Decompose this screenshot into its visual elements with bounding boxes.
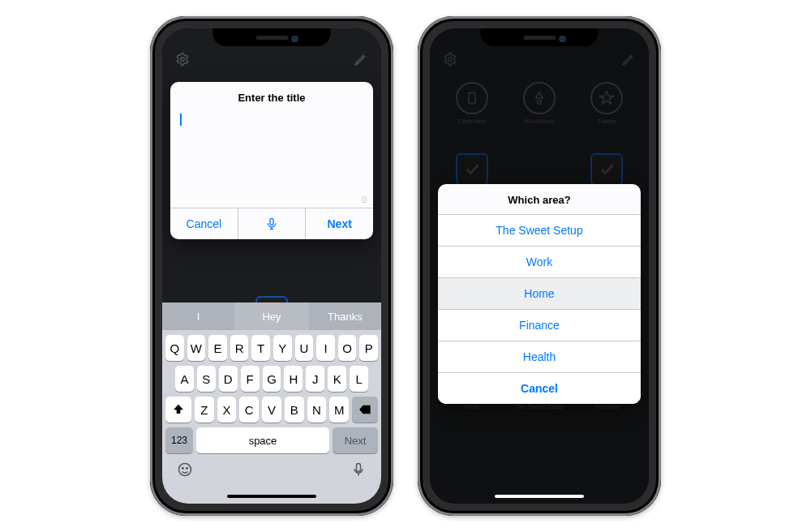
key-row-3: Z X C V B N M (162, 392, 381, 423)
key-a[interactable]: A (175, 366, 194, 392)
next-button[interactable]: Next (306, 208, 373, 239)
key-h[interactable]: H (284, 366, 303, 392)
notch (213, 28, 331, 46)
key-z[interactable]: Z (195, 397, 214, 423)
key-r[interactable]: R (230, 335, 249, 361)
svg-point-0 (181, 58, 185, 62)
key-b[interactable]: B (285, 397, 304, 423)
option-home[interactable]: Home (438, 277, 641, 309)
option-the-sweet-setup[interactable]: The Sweet Setup (438, 214, 641, 246)
key-g[interactable]: G (263, 366, 281, 392)
key-d[interactable]: D (219, 366, 238, 392)
key-n[interactable]: N (307, 397, 327, 423)
svg-point-1 (179, 464, 191, 476)
option-finance[interactable]: Finance (438, 309, 641, 341)
key-l[interactable]: L (350, 366, 368, 392)
screen-left: Save Link Add JSON Capture Idea Enter th… (162, 28, 381, 504)
char-count: 0 (362, 195, 367, 204)
sheet-cancel[interactable]: Cancel (438, 372, 641, 404)
mic-icon[interactable] (350, 461, 367, 481)
emoji-icon[interactable] (177, 461, 193, 481)
text-caret (180, 114, 182, 126)
key-i[interactable]: I (316, 335, 335, 361)
suggestion-bar: I Hey Thanks (162, 302, 381, 330)
key-q[interactable]: Q (165, 335, 184, 361)
option-work[interactable]: Work (438, 246, 641, 277)
home-indicator[interactable] (227, 495, 316, 498)
key-f[interactable]: F (241, 366, 260, 392)
cancel-button[interactable]: Cancel (170, 208, 238, 239)
suggestion-1[interactable]: I (162, 302, 235, 330)
backspace-key[interactable] (352, 397, 378, 423)
dictate-button[interactable] (238, 208, 307, 239)
key-x[interactable]: X (217, 397, 237, 423)
key-k[interactable]: K (328, 366, 346, 392)
area-action-sheet: Which area? The Sweet Setup Work Home Fi… (438, 184, 641, 404)
shift-key[interactable] (165, 397, 191, 423)
key-j[interactable]: J (306, 366, 324, 392)
key-u[interactable]: U (295, 335, 314, 361)
key-t[interactable]: T (251, 335, 270, 361)
svg-point-3 (187, 468, 188, 470)
space-key[interactable]: space (196, 427, 329, 453)
phone-right: Clipboard Workflows Twitter Finance Proj… (418, 16, 661, 516)
key-p[interactable]: P (359, 335, 378, 361)
home-indicator[interactable] (495, 495, 584, 498)
key-e[interactable]: E (208, 335, 227, 361)
title-input[interactable]: 0 (170, 112, 373, 208)
key-y[interactable]: Y (273, 335, 292, 361)
suggestion-2[interactable]: Hey (235, 302, 308, 330)
notch (481, 28, 599, 46)
dialog-title: Enter the title (170, 82, 373, 112)
key-row-1: Q W E R T Y U I O P (162, 330, 381, 361)
phone-left: Save Link Add JSON Capture Idea Enter th… (150, 16, 393, 516)
keyboard-next-key[interactable]: Next (333, 427, 378, 453)
title-prompt-dialog: Enter the title 0 Cancel Next (170, 82, 373, 239)
key-row-4: 123 space Next (162, 423, 381, 453)
screen-right: Clipboard Workflows Twitter Finance Proj… (430, 28, 649, 504)
option-health[interactable]: Health (438, 341, 641, 372)
key-s[interactable]: S (197, 366, 216, 392)
suggestion-3[interactable]: Thanks (309, 302, 381, 330)
svg-point-2 (182, 468, 184, 470)
key-m[interactable]: M (329, 397, 349, 423)
svg-rect-4 (357, 464, 361, 472)
pencil-icon (354, 52, 368, 70)
key-row-2: A S D F G H J K L (162, 361, 381, 392)
key-c[interactable]: C (239, 397, 259, 423)
key-o[interactable]: O (338, 335, 357, 361)
keyboard[interactable]: I Hey Thanks Q W E R T Y U I O P A (162, 302, 381, 504)
key-w[interactable]: W (187, 335, 206, 361)
stage: Save Link Add JSON Capture Idea Enter th… (0, 0, 811, 532)
numbers-key[interactable]: 123 (165, 427, 193, 453)
gear-icon (175, 52, 190, 70)
key-v[interactable]: V (262, 397, 281, 423)
sheet-title: Which area? (438, 184, 641, 214)
